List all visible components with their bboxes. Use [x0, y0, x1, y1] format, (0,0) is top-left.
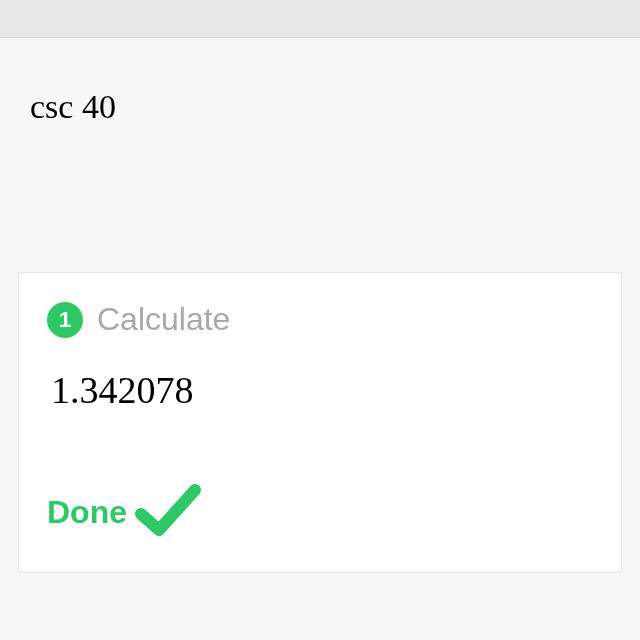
- card-header: 1 Calculate: [47, 301, 593, 338]
- step-number-badge: 1: [47, 302, 83, 338]
- result-card: 1 Calculate 1.342078 Done: [18, 272, 622, 573]
- expression-display: csc 40: [0, 38, 640, 146]
- done-row: Done: [47, 482, 593, 542]
- top-bar: [0, 0, 640, 38]
- done-label: Done: [47, 494, 127, 531]
- result-value: 1.342078: [47, 368, 593, 412]
- step-title: Calculate: [97, 301, 230, 338]
- checkmark-icon: [133, 482, 203, 542]
